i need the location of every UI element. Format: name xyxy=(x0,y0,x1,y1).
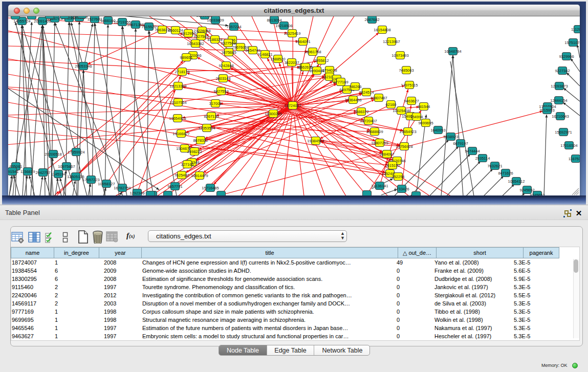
svg-text:16033809: 16033809 xyxy=(207,18,224,23)
svg-text:1145194: 1145194 xyxy=(51,172,66,177)
svg-text:9699695: 9699695 xyxy=(418,121,433,125)
svg-text:18724007: 18724007 xyxy=(284,103,301,108)
svg-text:2718176: 2718176 xyxy=(175,70,189,74)
svg-text:252254: 252254 xyxy=(391,174,404,179)
svg-text:9657791: 9657791 xyxy=(167,184,182,189)
svg-text:12213389: 12213389 xyxy=(169,84,186,89)
svg-text:9245652: 9245652 xyxy=(519,188,534,192)
svg-text:9227342: 9227342 xyxy=(555,69,570,73)
svg-text:2935114: 2935114 xyxy=(475,156,490,161)
svg-text:10975867: 10975867 xyxy=(58,164,75,169)
svg-text:3822037: 3822037 xyxy=(284,60,299,65)
svg-text:3875685: 3875685 xyxy=(221,50,236,55)
svg-text:746266: 746266 xyxy=(349,84,361,89)
svg-text:7386372: 7386372 xyxy=(354,110,368,114)
svg-text:9329966: 9329966 xyxy=(559,54,574,59)
svg-text:154994: 154994 xyxy=(410,115,423,119)
svg-text:15751074: 15751074 xyxy=(564,40,580,45)
svg-text:1156819: 1156819 xyxy=(20,169,35,174)
svg-text:1640953: 1640953 xyxy=(430,128,445,133)
svg-text:15716485: 15716485 xyxy=(202,186,219,190)
svg-text:12093873: 12093873 xyxy=(551,84,568,89)
svg-text:5938923: 5938923 xyxy=(443,135,458,139)
svg-text:62160: 62160 xyxy=(386,102,397,107)
svg-text:11325419: 11325419 xyxy=(284,31,301,36)
svg-text:1733426: 1733426 xyxy=(394,187,409,191)
svg-text:19166827: 19166827 xyxy=(172,132,189,136)
svg-text:17957223: 17957223 xyxy=(82,178,99,182)
svg-text:8471626: 8471626 xyxy=(498,171,513,176)
svg-text:10688609: 10688609 xyxy=(366,129,383,134)
svg-text:1167534: 1167534 xyxy=(569,157,580,161)
svg-text:17975115: 17975115 xyxy=(401,83,418,87)
svg-text:16914479: 16914479 xyxy=(191,173,208,178)
svg-text:8267130: 8267130 xyxy=(204,114,219,119)
svg-text:20364436: 20364436 xyxy=(344,98,361,102)
svg-text:3215953: 3215953 xyxy=(539,108,554,113)
svg-text:7485063: 7485063 xyxy=(399,68,413,73)
svg-text:12505135: 12505135 xyxy=(67,174,84,179)
svg-text:9463627: 9463627 xyxy=(404,99,419,103)
svg-text:9777169: 9777169 xyxy=(333,80,348,84)
svg-text:1588520: 1588520 xyxy=(270,57,285,61)
svg-text:391541: 391541 xyxy=(8,169,19,174)
svg-text:20206518: 20206518 xyxy=(45,152,61,157)
svg-text:7632621: 7632621 xyxy=(487,164,502,168)
svg-text:16154808: 16154808 xyxy=(374,28,390,32)
svg-text:8427552: 8427552 xyxy=(213,89,228,94)
svg-text:1527602: 1527602 xyxy=(87,17,102,21)
svg-text:16648784: 16648784 xyxy=(444,49,461,54)
svg-text:8813054: 8813054 xyxy=(267,18,281,23)
svg-text:19384554: 19384554 xyxy=(307,139,324,143)
svg-text:12444154: 12444154 xyxy=(550,98,567,103)
svg-text:6679197: 6679197 xyxy=(453,141,468,146)
svg-text:19654925: 19654925 xyxy=(169,116,186,121)
svg-text:12213967: 12213967 xyxy=(383,39,400,44)
svg-text:16543382: 16543382 xyxy=(187,41,204,46)
svg-text:14136141: 14136141 xyxy=(371,184,388,188)
svg-text:18807299: 18807299 xyxy=(371,141,388,145)
svg-text:7625402: 7625402 xyxy=(174,173,189,178)
svg-text:18300295: 18300295 xyxy=(265,112,281,116)
svg-text:16782759: 16782759 xyxy=(114,186,130,190)
svg-text:17359924: 17359924 xyxy=(68,150,84,155)
svg-text:7955812: 7955812 xyxy=(314,58,329,63)
svg-text:3824514: 3824514 xyxy=(359,90,374,95)
svg-text:8678332: 8678332 xyxy=(193,138,208,143)
svg-text:16961758: 16961758 xyxy=(304,50,321,54)
svg-text:9884067: 9884067 xyxy=(379,152,394,157)
svg-text:9245652: 9245652 xyxy=(530,193,545,196)
svg-text:12353594: 12353594 xyxy=(198,126,215,130)
svg-text:6794028: 6794028 xyxy=(322,68,337,73)
svg-text:1362615: 1362615 xyxy=(298,65,313,70)
svg-text:2803144: 2803144 xyxy=(215,76,230,81)
svg-text:1498222: 1498222 xyxy=(187,149,202,154)
svg-text:989651: 989651 xyxy=(180,55,192,60)
svg-text:10107554: 10107554 xyxy=(169,100,186,105)
svg-text:15720407: 15720407 xyxy=(360,119,377,123)
svg-text:1615152: 1615152 xyxy=(385,163,400,168)
svg-text:1292346: 1292346 xyxy=(129,191,144,195)
svg-text:1112063: 1112063 xyxy=(571,27,580,32)
svg-text:10654112: 10654112 xyxy=(508,179,525,184)
svg-text:16210643: 16210643 xyxy=(552,114,569,119)
svg-text:19218506: 19218506 xyxy=(275,24,292,28)
svg-text:6466160: 6466160 xyxy=(100,18,115,23)
svg-text:10807487: 10807487 xyxy=(370,96,387,100)
svg-text:8186328: 8186328 xyxy=(207,37,222,42)
svg-text:9242848: 9242848 xyxy=(219,63,233,68)
svg-text:15692971: 15692971 xyxy=(555,130,572,135)
svg-text:7663822: 7663822 xyxy=(155,28,169,32)
svg-text:2087682: 2087682 xyxy=(364,17,379,22)
svg-text:327165: 327165 xyxy=(181,162,193,167)
svg-text:9474444: 9474444 xyxy=(465,149,480,154)
svg-text:10973493: 10973493 xyxy=(391,53,408,58)
svg-text:2942757: 2942757 xyxy=(35,170,50,175)
svg-text:17016504: 17016504 xyxy=(560,143,577,148)
svg-text:7357224: 7357224 xyxy=(226,25,241,29)
svg-text:981544: 981544 xyxy=(417,104,430,109)
svg-text:9327503: 9327503 xyxy=(193,34,208,39)
svg-text:1564091: 1564091 xyxy=(295,39,310,44)
svg-text:19756928: 19756928 xyxy=(396,144,412,149)
svg-text:317006: 317006 xyxy=(209,101,222,106)
